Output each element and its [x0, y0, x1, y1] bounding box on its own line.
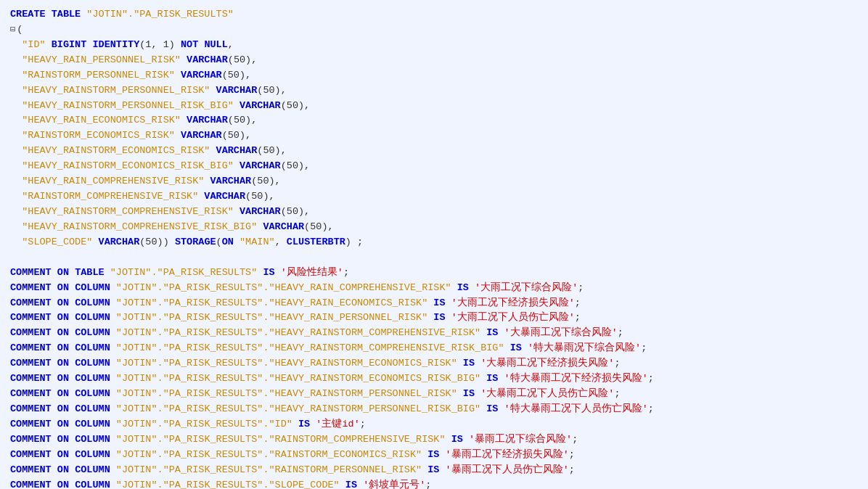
code-container: CREATE TABLE "JOTIN"."PA_RISK_RESULTS" ⊟… [0, 0, 868, 489]
keyword-table: TABLE [52, 7, 81, 22]
col-heavy-rainstorm-comprehensive: "HEAVY_RAINSTORM_COMPREHENSIVE_RISK" VAR… [10, 205, 858, 220]
comment-col-4: COMMENT ON COLUMN "JOTIN"."PA_RISK_RESUL… [10, 326, 858, 341]
kw-identity: IDENTITY [92, 38, 139, 53]
col-heavy-rain-comprehensive: "HEAVY_RAIN_COMPREHENSIVE_RISK" VARCHAR … [10, 174, 858, 189]
comment-col-11: COMMENT ON COLUMN "JOTIN"."PA_RISK_RESUL… [10, 432, 858, 448]
col-slope-code: "SLOPE_CODE" VARCHAR (50)) STORAGE ( ON … [10, 235, 858, 250]
comment-col-7: COMMENT ON COLUMN "JOTIN"."PA_RISK_RESUL… [10, 371, 858, 387]
comment-col-5: COMMENT ON COLUMN "JOTIN"."PA_RISK_RESUL… [10, 341, 858, 356]
comment-col-14: COMMENT ON COLUMN "JOTIN"."PA_RISK_RESUL… [10, 478, 858, 489]
keyword-create: CREATE [10, 7, 46, 22]
comment-col-1: COMMENT ON COLUMN "JOTIN"."PA_RISK_RESUL… [10, 281, 858, 296]
blank-line-1 [10, 250, 858, 266]
comment-col-10: COMMENT ON COLUMN "JOTIN"."PA_RISK_RESUL… [10, 417, 858, 432]
col-rainstorm-economics: "RAINSTORM_ECONOMICS_RISK" VARCHAR (50), [10, 128, 858, 144]
open-paren-line: ⊟ ( [10, 22, 858, 38]
col-rainstorm-comprehensive: "RAINSTORM_COMPREHENSIVE_RISK" VARCHAR (… [10, 189, 858, 205]
col-id: "ID" BIGINT IDENTITY (1, 1) NOT NULL , [10, 38, 858, 53]
comment-col-3: COMMENT ON COLUMN "JOTIN"."PA_RISK_RESUL… [10, 311, 858, 326]
kw-null: NULL [204, 38, 227, 53]
comment-col-9: COMMENT ON COLUMN "JOTIN"."PA_RISK_RESUL… [10, 402, 858, 417]
col-heavy-rain-personnel: "HEAVY_RAIN_PERSONNEL_RISK" VARCHAR (50)… [10, 53, 858, 68]
comment-col-8: COMMENT ON COLUMN "JOTIN"."PA_RISK_RESUL… [10, 387, 858, 402]
open-paren: ( [17, 22, 22, 38]
kw-bigint: BIGINT [52, 38, 87, 53]
comment-col-2: COMMENT ON COLUMN "JOTIN"."PA_RISK_RESUL… [10, 296, 858, 311]
col-heavy-rainstorm-economics-big: "HEAVY_RAINSTORM_ECONOMICS_RISK_BIG" VAR… [10, 159, 858, 174]
col-rainstorm-personnel: "RAINSTORM_PERSONNEL_RISK" VARCHAR (50), [10, 68, 858, 83]
col-heavy-rainstorm-personnel-big: "HEAVY_RAINSTORM_PERSONNEL_RISK_BIG" VAR… [10, 99, 858, 114]
col-heavy-rain-economics: "HEAVY_RAIN_ECONOMICS_RISK" VARCHAR (50)… [10, 113, 858, 128]
table-name: "JOTIN"."PA_RISK_RESULTS" [86, 7, 234, 22]
comment-col-13: COMMENT ON COLUMN "JOTIN"."PA_RISK_RESUL… [10, 463, 858, 478]
comment-col-6: COMMENT ON COLUMN "JOTIN"."PA_RISK_RESUL… [10, 356, 858, 371]
col-heavy-rainstorm-comprehensive-big: "HEAVY_RAINSTORM_COMPREHENSIVE_RISK_BIG"… [10, 220, 858, 235]
comment-table: COMMENT ON TABLE "JOTIN"."PA_RISK_RESULT… [10, 266, 858, 281]
collapse-button[interactable]: ⊟ [10, 23, 15, 37]
comment-col-12: COMMENT ON COLUMN "JOTIN"."PA_RISK_RESUL… [10, 448, 858, 463]
col-heavy-rainstorm-personnel: "HEAVY_RAINSTORM_PERSONNEL_RISK" VARCHAR… [10, 83, 858, 99]
kw-not: NOT [181, 38, 198, 53]
col-heavy-rainstorm-economics: "HEAVY_RAINSTORM_ECONOMICS_RISK" VARCHAR… [10, 144, 858, 159]
col-id-name: "ID" [22, 38, 45, 53]
create-table-line: CREATE TABLE "JOTIN"."PA_RISK_RESULTS" [10, 7, 858, 22]
